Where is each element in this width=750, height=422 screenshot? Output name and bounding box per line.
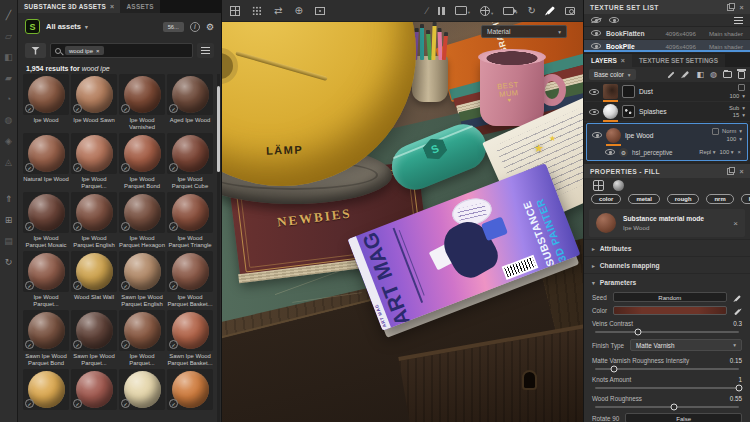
material-item[interactable]: ✓Ipe Wood Parquet Triangle <box>167 192 213 251</box>
section-attributes[interactable]: ▸Attributes <box>584 239 750 256</box>
effect-blend-dropdown[interactable]: Repl ▾ <box>699 149 715 155</box>
environment-icon[interactable]: ▾ <box>480 6 493 16</box>
search-tag[interactable]: wood ipe × <box>65 46 104 55</box>
color-swatch[interactable] <box>613 306 727 315</box>
edit-icon[interactable] <box>733 294 742 301</box>
pen-pressure-icon[interactable] <box>546 9 555 12</box>
paint-tool-icon[interactable]: ╱ <box>3 10 14 21</box>
eye-icon[interactable] <box>591 30 601 36</box>
material-item[interactable]: ✓Sawn Ipe Wood Parquet Bond <box>23 310 69 369</box>
layer-row-ipe-wood[interactable]: Ipe Wood Norm▾100▾ <box>587 124 747 146</box>
material-item[interactable]: ✓Ipe Wood Parquet Basket... <box>167 251 213 310</box>
material-item[interactable]: ✓Sawn Ipe Wood Parquet Basket... <box>167 310 213 369</box>
channel-filter-dropdown[interactable]: Base color ▾ <box>589 69 636 80</box>
material-item[interactable]: ✓Natural Ipe Wood <box>23 133 69 192</box>
delete-layer-icon[interactable] <box>738 71 745 79</box>
eye-icon[interactable] <box>609 17 619 23</box>
effect-gear-icon[interactable]: ⚙ <box>619 148 628 157</box>
screenshot-icon[interactable] <box>565 7 575 15</box>
layer-opacity-dropdown[interactable]: 15▾ <box>733 112 745 118</box>
clone-tool-icon[interactable]: ◍ <box>3 115 14 126</box>
views-icon[interactable]: ⊞ <box>3 215 14 226</box>
frame-object-icon[interactable] <box>315 7 325 15</box>
remove-material-icon[interactable]: × <box>733 219 738 228</box>
section-channels-mapping[interactable]: ▸Channels mapping <box>584 256 750 273</box>
close-tab-icon[interactable]: × <box>621 57 625 64</box>
particles-tool-icon[interactable]: ◬ <box>3 157 14 168</box>
slider-knob[interactable] <box>610 366 617 373</box>
material-item[interactable]: ✓Sawn Ipe Wood Parquet English <box>119 251 165 310</box>
add-effect-icon[interactable] <box>668 71 675 78</box>
pivot-icon[interactable]: ⊕ <box>294 5 302 16</box>
slider-knob[interactable] <box>671 404 678 411</box>
display-settings-icon[interactable]: ▤ <box>3 236 14 247</box>
list-options-icon[interactable] <box>734 17 743 24</box>
material-item[interactable]: ✓ <box>23 369 69 422</box>
chip-color[interactable]: color <box>591 194 621 204</box>
layer-link-icon[interactable] <box>738 84 745 91</box>
eye-off-icon[interactable] <box>591 17 601 23</box>
rotate-90-toggle[interactable]: False <box>625 413 742 422</box>
material-item[interactable]: ✓Ipe Wood Parquet Cube <box>167 133 213 192</box>
texture-set-row-selected[interactable]: BookPile 4096x4096 Main shader <box>584 40 750 53</box>
material-item[interactable]: ✓Wood Slat Wall <box>71 251 117 310</box>
tab-layers[interactable]: LAYERS × <box>584 54 632 67</box>
smudge-tool-icon[interactable]: ◔ <box>3 94 14 105</box>
wood-roughness-slider[interactable] <box>595 406 739 408</box>
chip-nrm[interactable]: nrm <box>706 194 733 204</box>
material-item[interactable]: ✓Ipe Wood Parquet English <box>71 192 117 251</box>
undock-panel-icon[interactable] <box>727 4 734 11</box>
section-parameters[interactable]: ▾Parameters <box>584 273 750 290</box>
scrollbar-thumb[interactable] <box>217 86 220 172</box>
material-item[interactable]: ✓Ipe Wood Varnished <box>119 74 165 133</box>
filter-button[interactable] <box>25 43 46 58</box>
material-item[interactable]: ✓Aged Ipe Wood <box>167 74 213 133</box>
layer-row-dust[interactable]: Dust 100▾ <box>584 82 750 102</box>
seed-random-button[interactable]: Random <box>613 292 727 302</box>
history-icon[interactable]: ↻ <box>3 257 14 268</box>
3d-viewport-scene[interactable]: NEWBIES PHOTOGRAPHY BESTMUM♥ S ♥ ♥ <box>222 22 583 422</box>
eye-icon[interactable] <box>589 89 599 95</box>
material-item[interactable]: ✓Ipe Wood Parquet Mosaic <box>23 192 69 251</box>
tab-texture-set-settings[interactable]: TEXTURE SET SETTINGS <box>632 54 725 67</box>
material-mode-icon[interactable] <box>613 180 624 191</box>
material-item[interactable]: ✓ <box>119 369 165 422</box>
export-icon[interactable]: ⇑ <box>3 194 14 205</box>
material-item[interactable]: ✓Ipe Wood Parquet... <box>71 133 117 192</box>
material-item[interactable]: ✓Sawn Ipe Wood Parquet... <box>71 310 117 369</box>
remove-tag-icon[interactable]: × <box>96 48 100 54</box>
asset-filter-dropdown[interactable]: All assets ▾ <box>46 22 88 31</box>
info-icon[interactable]: i <box>190 22 200 32</box>
snap-grid-icon[interactable] <box>252 6 262 16</box>
chip-metal[interactable]: metal <box>628 194 659 204</box>
layer-mask-thumbnail[interactable] <box>622 105 635 118</box>
eyedropper-icon[interactable] <box>733 307 742 314</box>
material-item[interactable]: ✓Ipe Wood Parquet... <box>23 251 69 310</box>
eraser-tool-icon[interactable]: ▱ <box>3 31 14 42</box>
add-smart-material-icon[interactable]: ◍ <box>710 71 717 79</box>
layer-thumbnail[interactable] <box>606 128 621 143</box>
slider-knob[interactable] <box>635 329 642 336</box>
layer-opacity-dropdown[interactable]: 100▾ <box>730 93 745 99</box>
effect-row-hsl-perceptive[interactable]: ⚙ hsl_perceptive Repl ▾100 ▾× <box>587 146 747 160</box>
fill-projection-icon[interactable] <box>593 180 604 191</box>
pause-engine-icon[interactable] <box>438 7 445 15</box>
search-input[interactable]: wood ipe × <box>50 43 193 58</box>
texture-set-row[interactable]: BookFlatten 4096x4096 Main shader <box>584 27 750 40</box>
layer-blend-dropdown[interactable]: Norm▾ <box>712 128 742 135</box>
tab-assets[interactable]: ASSETS <box>120 0 159 13</box>
close-panel-icon[interactable]: × <box>740 168 745 175</box>
slider-knob[interactable] <box>736 385 743 392</box>
layer-opacity-dropdown[interactable]: 100▾ <box>727 136 742 142</box>
layer-row-splashes[interactable]: Splashes Sub▾15▾ <box>584 102 750 122</box>
material-slot[interactable]: Substance material modeIpe Wood × <box>589 209 745 237</box>
layer-thumbnail[interactable] <box>603 84 618 99</box>
symmetry-icon[interactable]: ⇄ <box>274 5 282 16</box>
material-item[interactable]: ✓Ipe Wood <box>23 74 69 133</box>
rotate-view-icon[interactable]: ↻ <box>528 5 536 16</box>
eye-icon[interactable] <box>605 149 615 155</box>
close-panel-icon[interactable]: × <box>740 4 745 11</box>
material-item[interactable]: ✓Ipe Wood Parquet... <box>119 310 165 369</box>
sort-button[interactable] <box>197 43 214 58</box>
eye-icon[interactable] <box>589 109 599 115</box>
